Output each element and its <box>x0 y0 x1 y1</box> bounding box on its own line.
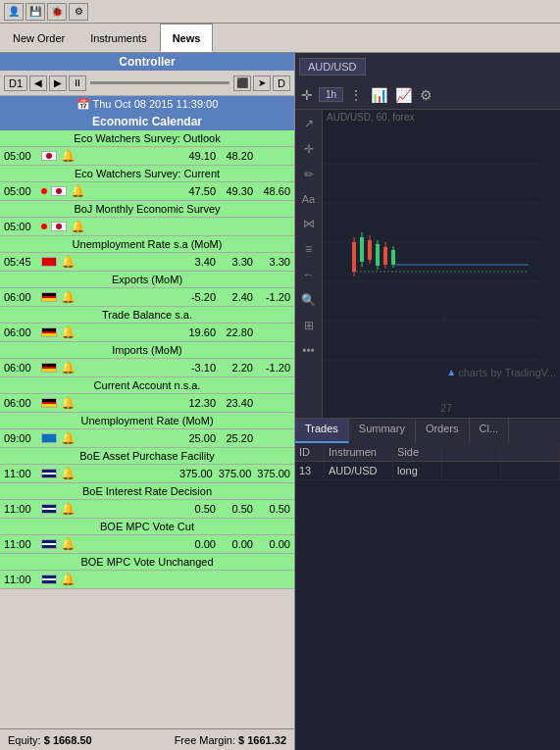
pause-btn[interactable]: ⏸ <box>69 75 86 91</box>
val-forecast: 0.50 <box>222 503 253 515</box>
cell-side: long <box>393 462 442 479</box>
free-margin-label: Free Margin: $ 1661.32 <box>175 734 286 746</box>
event-values: 375.00 375.00 375.00 <box>179 468 290 479</box>
tab-new-order[interactable]: New Order <box>0 24 77 52</box>
icon-settings[interactable]: ⚙ <box>69 3 88 21</box>
event-values: -3.10 2.20 -1.20 <box>184 362 290 374</box>
val-actual: 375.00 <box>257 468 290 479</box>
col-side: Side <box>393 443 442 461</box>
event-time: 05:00 <box>4 185 37 197</box>
bell-gray-icon: 🔔 <box>71 220 85 233</box>
cell-id: 13 <box>295 462 325 479</box>
event-row-boe-rate: 11:00 🔔 0.50 0.50 0.50 <box>0 500 294 519</box>
chart-side-tools: ↗ ✛ ✏ Aa ⋈ ≡ ← 🔍 ⊞ ••• <box>295 110 323 418</box>
icon-bug[interactable]: 🐞 <box>47 3 67 21</box>
tab-instruments[interactable]: Instruments <box>77 24 159 52</box>
flag-uk <box>41 469 57 478</box>
event-title-boj: BoJ Monthly Economic Survey <box>0 201 294 218</box>
cursor-tool[interactable]: ↗ <box>301 114 317 133</box>
val-prev: 49.10 <box>184 150 216 162</box>
chart-info-label: AUD/USD, 60, forex <box>323 110 560 125</box>
event-values: 3.40 3.30 3.30 <box>184 256 290 268</box>
val-actual <box>259 326 290 338</box>
top-icon-bar: 👤 💾 🐞 ⚙ <box>0 0 560 24</box>
pen-tool[interactable]: ✏ <box>301 165 317 184</box>
event-time: 11:00 <box>4 468 37 479</box>
timeframe-selector[interactable]: D1 <box>4 75 27 91</box>
val-prev: -5.20 <box>184 291 216 303</box>
text-tool[interactable]: Aa <box>299 190 318 208</box>
icon-person[interactable]: 👤 <box>4 3 24 21</box>
bell-red-icon: 🔔 <box>71 184 85 198</box>
event-row-boj: 05:00 🔔 <box>0 218 294 236</box>
chart-header: AUD/USD <box>295 53 560 80</box>
val-prev: -3.10 <box>184 362 216 374</box>
tab-orders[interactable]: Orders <box>416 419 470 443</box>
stop-btn[interactable]: ⬛ <box>233 75 251 91</box>
val-prev: 0.00 <box>184 538 216 550</box>
back-tool[interactable]: ← <box>300 265 318 284</box>
main-container: Controller D1 ◀ ▶ ⏸ ⬛ ➤ D 📅 Thu Oct 08 2… <box>0 53 560 750</box>
chart-svg: A <box>323 125 560 399</box>
flag-de <box>41 292 57 302</box>
event-values: 12.30 23.40 <box>184 397 290 409</box>
tab-trades[interactable]: Trades <box>295 419 349 443</box>
tv-logo: ▲ <box>446 367 456 377</box>
flag-gr <box>41 433 57 443</box>
settings-icon[interactable]: ⚙ <box>418 85 434 105</box>
bell-icon: 🔔 <box>61 361 76 375</box>
crosshair-icon[interactable]: ✛ <box>299 85 315 105</box>
val-actual <box>259 432 290 444</box>
free-margin-value: $ 1661.32 <box>238 734 286 746</box>
more-options-icon[interactable]: ⋮ <box>347 85 365 105</box>
nav-back-icon[interactable]: ◀ <box>29 75 47 91</box>
event-title-boe-mpc-cut: BOE MPC Vote Cut <box>0 519 294 535</box>
tab-summary[interactable]: Summary <box>349 419 416 443</box>
event-values: 0.00 0.00 0.00 <box>184 538 290 550</box>
node-tool[interactable]: ⋈ <box>300 214 318 233</box>
bell-icon: 🔔 <box>61 255 76 269</box>
left-panel: Controller D1 ◀ ▶ ⏸ ⬛ ➤ D 📅 Thu Oct 08 2… <box>0 53 295 750</box>
bell-icon: 🔔 <box>61 290 76 304</box>
flag-jp <box>51 186 67 196</box>
event-row-exports: 06:00 🔔 -5.20 2.40 -1.20 <box>0 288 294 307</box>
timeframe-controls: D1 ◀ ▶ ⏸ ⬛ ➤ D <box>0 71 294 96</box>
tab-news[interactable]: News <box>160 24 214 52</box>
dot-red <box>41 188 47 194</box>
event-values: 49.10 48.20 <box>184 150 290 162</box>
timeframe-btn[interactable]: 1h <box>319 87 343 102</box>
event-values: 25.00 25.20 <box>184 432 290 444</box>
play-btn[interactable]: ▶ <box>49 75 67 91</box>
event-time: 11:00 <box>4 538 37 550</box>
tab-closed[interactable]: Cl... <box>470 419 510 443</box>
col-4 <box>442 443 501 461</box>
val-actual: 3.30 <box>259 256 290 268</box>
val-prev: 3.40 <box>184 256 216 268</box>
equity-value: $ 1668.50 <box>44 734 92 746</box>
event-title-unemployment-sa: Unemployment Rate s.a (MoM) <box>0 236 294 253</box>
bell-icon: 🔔 <box>61 396 76 410</box>
val-prev: 25.00 <box>184 432 216 444</box>
val-forecast: 48.20 <box>222 150 253 162</box>
lines-tool[interactable]: ≡ <box>302 239 315 259</box>
crosshair-tool[interactable]: ✛ <box>301 139 317 159</box>
zoom-tool[interactable]: 🔍 <box>298 290 319 310</box>
more-tools[interactable]: ••• <box>299 341 318 361</box>
col-5 <box>501 443 560 461</box>
val-prev: 19.60 <box>184 326 216 338</box>
chart-type-icon[interactable]: 📊 <box>369 85 389 105</box>
chart-tool2[interactable]: ⊞ <box>301 316 317 335</box>
controller-title: Controller <box>0 53 294 71</box>
table-row[interactable]: 13 AUD/USD long <box>295 462 560 480</box>
chart-pair-tab[interactable]: AUD/USD <box>299 58 366 75</box>
event-time: 05:00 <box>4 221 37 232</box>
icon-save[interactable]: 💾 <box>25 3 45 21</box>
equity-label: Equity: $ 1668.50 <box>8 734 92 746</box>
cell-instrument: AUD/USD <box>325 462 393 479</box>
arrow-btn[interactable]: ➤ <box>253 75 271 91</box>
indicators-icon[interactable]: 📈 <box>393 85 414 105</box>
right-panel: AUD/USD ✛ 1h ⋮ 📊 📈 ⚙ ↗ ✛ ✏ Aa ⋈ ≡ ← 🔍 ⊞ <box>295 53 560 750</box>
event-title-boe-asset: BoE Asset Purchase Facility <box>0 448 294 465</box>
flag-jp <box>51 222 67 231</box>
calendar-scroll[interactable]: Eco Watchers Survey: Outlook 05:00 🔔 49.… <box>0 130 294 728</box>
